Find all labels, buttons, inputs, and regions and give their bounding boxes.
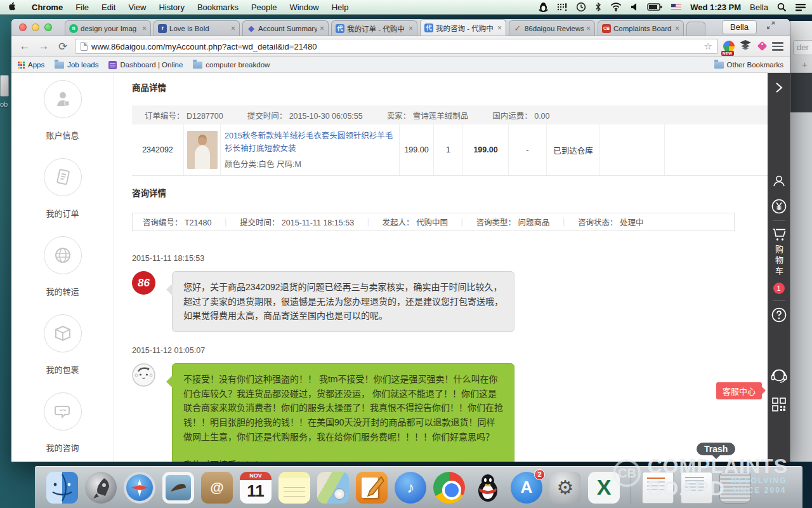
apple-menu-icon[interactable] (6, 1, 20, 13)
dock-app-store-icon[interactable]: A 2 (511, 472, 542, 504)
dock-pages-icon[interactable] (356, 472, 388, 504)
cart-icon[interactable] (771, 227, 787, 241)
menu-help[interactable]: Help (325, 3, 355, 12)
volume-icon[interactable] (631, 3, 638, 11)
tab-86daigou-reviews[interactable]: ✓ 86daigou Reviews × (509, 20, 595, 36)
tab-complaints-board[interactable]: CB Complaints Board × (598, 20, 684, 36)
background-window-plus[interactable]: + (802, 59, 808, 70)
bluetooth-icon[interactable] (595, 2, 601, 12)
dock-qq-icon[interactable] (472, 472, 504, 504)
notification-center-icon[interactable] (796, 3, 806, 11)
tab-account-summary[interactable]: ◆ Account Summary × (242, 20, 329, 36)
close-tab-icon[interactable]: × (497, 23, 502, 32)
close-tab-icon[interactable]: × (320, 24, 324, 33)
bookmark-job-leads[interactable]: Job leads (55, 61, 98, 69)
menu-app-name[interactable]: Chrome (25, 3, 69, 12)
forward-icon[interactable]: → (37, 40, 51, 53)
chevron-right-icon[interactable] (775, 82, 783, 93)
qr-code-icon[interactable] (772, 398, 786, 411)
tab-my-orders[interactable]: 代 我的订单 - 代购中 × (331, 20, 417, 36)
order-summary-bar: 订单编号： D1287700 提交时间： 2015-10-30 06:05:55… (132, 105, 768, 124)
dock-maps-icon[interactable] (317, 472, 349, 504)
dock-safari-icon[interactable] (124, 472, 155, 504)
back-icon[interactable]: ← (18, 40, 32, 53)
address-bar[interactable]: www.86daigou.com/myAccount.php?act=wd_de… (75, 39, 718, 54)
spotlight-icon[interactable] (777, 3, 787, 12)
dashboard-icon (108, 61, 117, 69)
bookmark-dashboard[interactable]: Dashboard | Online (108, 61, 183, 69)
check-icon: ✓ (513, 24, 522, 33)
bookmarks-bar: Apps Job leads Dashboard | Online comput… (11, 57, 790, 73)
time-machine-icon[interactable] (576, 2, 586, 12)
bookmark-computer-breakdown[interactable]: computer breakdow (193, 61, 270, 69)
cart-label[interactable]: 购物车 (773, 245, 785, 277)
dock-mail-icon[interactable] (162, 472, 194, 504)
menu-window[interactable]: Window (283, 3, 325, 12)
bookmark-star-icon[interactable]: ☆ (704, 41, 712, 52)
question-icon[interactable] (771, 307, 787, 323)
reload-icon[interactable]: ⟳ (56, 40, 70, 53)
input-grid-icon[interactable] (557, 3, 567, 11)
desktop-file-icon[interactable]: ob (0, 75, 11, 108)
wifi-icon[interactable] (610, 3, 622, 11)
chrome-menu-icon[interactable] (772, 42, 783, 51)
menu-history[interactable]: History (152, 3, 190, 12)
tab-my-inquiry-active[interactable]: 代 我的咨询 - 代购中 × (420, 19, 506, 36)
daigou-icon: 代 (424, 23, 433, 32)
extension-new-icon[interactable]: NEW (723, 41, 735, 52)
globe-icon (44, 236, 82, 274)
battery-icon[interactable] (647, 3, 662, 11)
other-bookmarks[interactable]: Other Bookmarks (714, 61, 783, 69)
close-tab-icon[interactable]: × (142, 24, 147, 33)
menu-file[interactable]: File (69, 3, 95, 12)
fullscreen-icon[interactable] (766, 20, 776, 33)
tab-design-your-image[interactable]: fi design your Imag × (65, 20, 151, 36)
close-tab-icon[interactable]: × (675, 24, 679, 33)
dock-launchpad-icon[interactable] (85, 472, 117, 504)
us-flag-icon[interactable] (671, 4, 681, 10)
sidebar-item-my-inquiries[interactable]: 我的咨询 (44, 392, 82, 453)
layers-extension-icon[interactable] (740, 40, 751, 53)
menu-edit[interactable]: Edit (95, 3, 122, 12)
close-window-button[interactable] (19, 23, 27, 31)
item-total: 199.00 (463, 124, 509, 175)
close-tab-icon[interactable]: × (231, 24, 235, 33)
menu-view[interactable]: View (122, 3, 152, 12)
background-window-button[interactable]: der (793, 40, 812, 55)
close-tab-icon[interactable]: × (409, 24, 413, 33)
menu-clock[interactable]: Wed 1:23 PM (690, 3, 741, 12)
product-thumbnail[interactable] (187, 131, 218, 169)
yen-icon[interactable] (771, 199, 787, 214)
new-tab-button[interactable] (686, 22, 705, 36)
qq-status-icon[interactable] (539, 2, 548, 12)
close-tab-icon[interactable]: × (586, 24, 591, 33)
person-icon[interactable] (773, 175, 785, 187)
zoom-window-button[interactable] (44, 23, 52, 31)
dock-calendar-icon[interactable]: NOV 11 (240, 472, 272, 504)
sidebar-item-my-forwarding[interactable]: 我的转运 (44, 236, 82, 297)
dock-notes-icon[interactable] (278, 472, 310, 504)
inquiry-initiator: 发起人： 代购中国 (383, 216, 448, 228)
dock-itunes-icon[interactable]: ♪ (395, 472, 426, 504)
customer-service-tooltip[interactable]: 客服中心 (716, 382, 762, 399)
dock-system-preferences-icon[interactable]: ⚙ (549, 472, 581, 504)
sidebar-item-my-packages[interactable]: 我的包裹 (44, 314, 82, 375)
menu-user[interactable]: Bella (750, 3, 768, 12)
tag-extension-icon[interactable] (756, 40, 767, 53)
menu-bookmarks[interactable]: Bookmarks (191, 3, 245, 12)
product-spec: 颜色分类:白色 尺码:M (225, 157, 301, 170)
minimize-window-button[interactable] (32, 23, 39, 31)
bookmark-apps[interactable]: Apps (18, 61, 44, 69)
url-text[interactable]: www.86daigou.com/myAccount.php?act=wd_de… (91, 42, 700, 51)
sidebar-item-my-orders[interactable]: 我的订单 (44, 158, 82, 219)
menu-people[interactable]: People (245, 3, 283, 12)
dock-contacts-icon[interactable]: @ (201, 472, 233, 504)
sidebar-item-account-info[interactable]: 账户信息 (44, 80, 82, 141)
tab-love-is-bold[interactable]: f Love is Bold × (154, 20, 240, 36)
dock-chrome-icon[interactable] (433, 472, 465, 504)
profile-button[interactable]: Bella (722, 20, 757, 34)
headset-icon[interactable] (771, 368, 787, 384)
product-title-link[interactable]: 2015秋冬新款纯羊绒衫毛衣套头圆领针织衫羊毛衫长袖打底短款女装 (225, 130, 396, 155)
background-window-dark-panel (790, 73, 812, 112)
dock-finder-icon[interactable] (46, 472, 78, 504)
